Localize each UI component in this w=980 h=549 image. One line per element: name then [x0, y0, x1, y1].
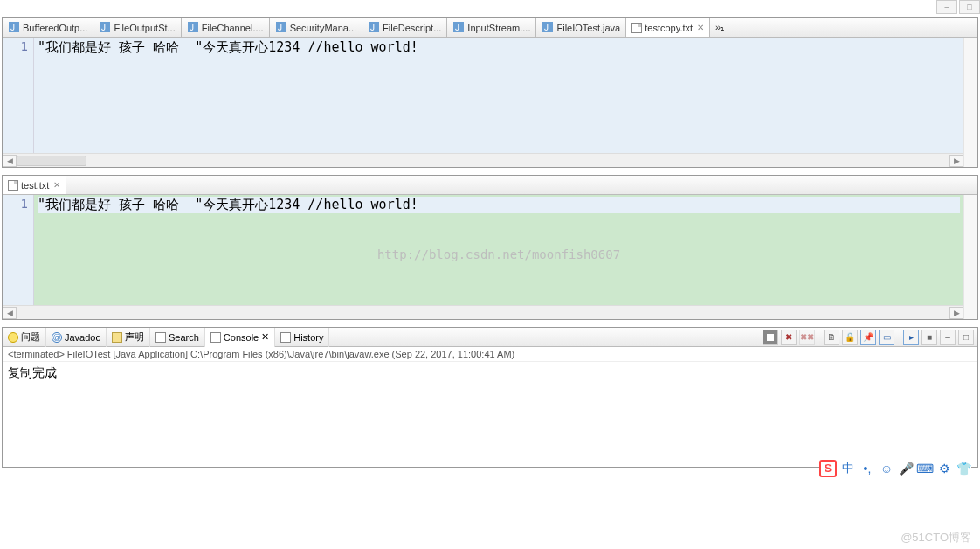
tab-label: FileOutputSt...	[114, 23, 175, 33]
new-console-button[interactable]: ■	[921, 330, 937, 345]
view-tab-search[interactable]: Search	[150, 328, 205, 347]
code-area[interactable]: "我们都是好 孩子 哈哈 "今天真开心1234 //hello world!	[34, 38, 963, 153]
clear-console-button[interactable]: 🗎	[824, 330, 839, 345]
editor-tab[interactable]: JFileChannel....	[182, 18, 270, 38]
ime-item[interactable]: ☺	[879, 461, 894, 476]
text-file-icon	[8, 180, 18, 191]
search-icon	[155, 332, 166, 343]
scroll-right-arrow[interactable]: ▶	[949, 307, 963, 319]
view-tab-console[interactable]: Console✕	[205, 328, 275, 347]
tab-label: InputStream....	[467, 23, 530, 33]
tab-label: FileChannel....	[202, 23, 264, 33]
editor-tabs-mid: test.txt✕	[3, 176, 977, 195]
ime-toolbar[interactable]: S 中•,☺🎤⌨⚙👕	[819, 460, 971, 477]
display-selected-button[interactable]: ▭	[879, 330, 894, 345]
remove-all-button[interactable]: ✖✖	[799, 330, 815, 345]
overview-ruler	[963, 38, 977, 167]
view-tab-label: Javadoc	[65, 332, 100, 343]
minimize-button[interactable]: –	[936, 0, 957, 14]
open-console-button[interactable]: ▸	[903, 330, 919, 345]
view-tabs: 问题@Javadoc声明SearchConsole✕History ✖ ✖✖ 🗎…	[3, 328, 977, 347]
console-toolbar: ✖ ✖✖ 🗎 🔒 📌 ▭ ▸ ■ – □	[763, 330, 977, 345]
java-file-icon: J	[8, 21, 20, 35]
tab-label: test.txt	[21, 180, 49, 191]
view-tab-javadoc[interactable]: @Javadoc	[46, 328, 107, 347]
minimize-view-button[interactable]: –	[940, 330, 956, 345]
java-file-icon: J	[187, 21, 199, 35]
view-tab-label: Console	[224, 332, 259, 343]
java-file-icon: J	[99, 21, 111, 35]
view-tab-history[interactable]: History	[275, 328, 329, 347]
console-icon	[210, 332, 221, 343]
java-file-icon: J	[542, 21, 554, 35]
terminate-button[interactable]	[763, 330, 778, 345]
close-tab-icon[interactable]: ✕	[53, 180, 60, 190]
tab-label: SecurityMana...	[290, 23, 356, 33]
code-area[interactable]: "我们都是好 孩子 哈哈 "今天真开心1234 //hello world! h…	[34, 195, 963, 305]
view-tab-label: History	[293, 332, 323, 343]
text-file-icon	[631, 23, 642, 33]
horizontal-scrollbar[interactable]: ◀ ▶	[3, 305, 963, 319]
ime-item[interactable]: ⚙	[936, 461, 952, 476]
java-file-icon: J	[452, 21, 465, 35]
java-file-icon: J	[368, 21, 380, 35]
console-output[interactable]: 复制完成	[3, 362, 977, 467]
watermark-text: http://blog.csdn.net/moonfish0607	[377, 247, 620, 261]
svg-text:J: J	[370, 23, 375, 32]
maximize-button[interactable]: □	[959, 0, 980, 14]
bottom-panel: 问题@Javadoc声明SearchConsole✕History ✖ ✖✖ 🗎…	[2, 327, 978, 468]
view-tab-声明[interactable]: 声明	[107, 328, 150, 347]
ime-item[interactable]: 🎤	[898, 461, 914, 476]
editor-tab[interactable]: testcopy.txt✕	[626, 18, 710, 38]
scroll-left-arrow[interactable]: ◀	[3, 155, 17, 167]
tabs-overflow-button[interactable]: »₁	[710, 22, 729, 33]
pin-console-button[interactable]: 📌	[860, 330, 876, 345]
svg-text:J: J	[455, 23, 459, 32]
ime-logo-icon[interactable]: S	[819, 460, 837, 477]
prob-icon	[8, 332, 18, 343]
svg-text:J: J	[101, 23, 106, 32]
view-tab-label: Search	[169, 332, 199, 343]
svg-text:J: J	[544, 23, 549, 32]
view-tab-问题[interactable]: 问题	[3, 328, 46, 347]
tab-label: testcopy.txt	[645, 23, 693, 33]
at-icon: @	[52, 332, 62, 343]
overview-ruler	[963, 195, 977, 319]
scroll-left-arrow[interactable]: ◀	[3, 307, 17, 319]
editor-pane-2: test.txt✕ 1 "我们都是好 孩子 哈哈 "今天真开心1234 //he…	[2, 175, 978, 320]
view-tab-label: 声明	[125, 330, 144, 344]
ime-item[interactable]: •,	[859, 461, 875, 476]
editor-tab[interactable]: JInputStream....	[447, 18, 536, 38]
view-tab-label: 问题	[21, 330, 40, 344]
editor-tab[interactable]: JFileOutputSt...	[93, 18, 181, 38]
line-gutter: 1	[3, 38, 34, 153]
scroll-lock-button[interactable]: 🔒	[842, 330, 858, 345]
editor-tab[interactable]: JFileIOTest.java	[536, 18, 626, 38]
editor-pane-1: JBufferedOutp...JFileOutputSt...JFileCha…	[2, 17, 978, 168]
tab-label: FileIOTest.java	[556, 23, 620, 33]
editor-tab[interactable]: JSecurityMana...	[270, 18, 362, 38]
close-view-icon[interactable]: ✕	[261, 331, 269, 343]
close-tab-icon[interactable]: ✕	[697, 23, 704, 32]
scroll-thumb[interactable]	[17, 156, 86, 166]
scroll-right-arrow[interactable]: ▶	[949, 155, 963, 167]
code-line: "我们都是好 孩子 哈哈 "今天真开心1234 //hello world!	[38, 39, 418, 55]
code-line: "我们都是好 孩子 哈哈 "今天真开心1234 //hello world!	[38, 197, 418, 212]
editor-tab[interactable]: JFileDescript...	[362, 18, 447, 38]
horizontal-scrollbar[interactable]: ◀ ▶	[3, 153, 963, 167]
line-gutter: 1	[3, 195, 34, 305]
editor-tab[interactable]: test.txt✕	[3, 176, 66, 195]
ime-item[interactable]: 👕	[956, 461, 971, 476]
ime-item[interactable]: 中	[840, 461, 856, 476]
remove-launch-button[interactable]: ✖	[781, 330, 797, 345]
console-line: 复制完成	[8, 365, 57, 379]
corner-watermark: @51CTO博客	[901, 530, 971, 546]
maximize-view-button[interactable]: □	[958, 330, 974, 345]
ime-item[interactable]: ⌨	[917, 461, 933, 476]
editor-tab[interactable]: JBufferedOutp...	[3, 18, 93, 38]
svg-text:J: J	[190, 23, 194, 32]
decl-icon	[112, 332, 122, 343]
tab-label: FileDescript...	[383, 23, 441, 33]
svg-text:J: J	[278, 23, 282, 32]
editor-tabs-top: JBufferedOutp...JFileOutputSt...JFileCha…	[3, 18, 977, 38]
